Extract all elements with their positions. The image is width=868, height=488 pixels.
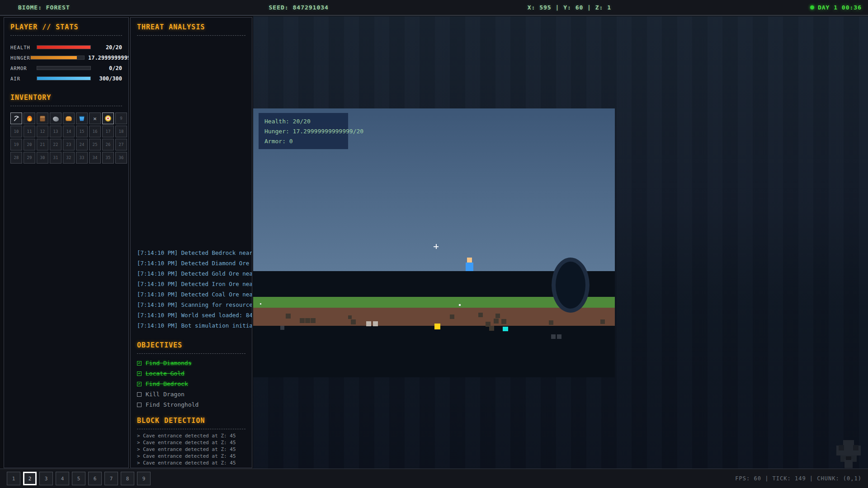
stat-bar-track: [37, 66, 91, 70]
inventory-slot-16[interactable]: 16: [89, 126, 101, 137]
bot-simulation-app: BIOME: FOREST SEED: 847291034 X: 595 | Y…: [0, 0, 868, 488]
clump-block: [600, 319, 605, 324]
tooltip-line: Hunger: 17.29999999999999/20: [264, 128, 342, 138]
hotbar-slot-9[interactable]: 9: [137, 472, 151, 485]
inventory-slot-26[interactable]: 26: [102, 139, 114, 150]
slot-number: 23: [66, 142, 71, 147]
hotbar-slot-3[interactable]: 3: [39, 472, 53, 485]
stat-row-air: AIR300/300: [10, 73, 122, 84]
slot-number: 24: [80, 142, 85, 147]
stat-value: 20/20: [94, 44, 122, 51]
log-line: [7:14:10 PM] Scanning for resources...: [137, 301, 245, 312]
stat-bar-fill: [37, 77, 90, 80]
stat-value: 0/20: [94, 65, 122, 71]
compass-icon: [105, 115, 111, 122]
slot-number: 18: [119, 129, 124, 134]
hotbar-slot-5[interactable]: 5: [72, 472, 85, 485]
objective-item[interactable]: ✓Locate Gold: [137, 368, 245, 379]
hotbar-slot-8[interactable]: 8: [121, 472, 134, 485]
inventory-slot-4[interactable]: [50, 113, 61, 124]
inventory-slot-17[interactable]: 17: [102, 126, 114, 137]
tooltip-line: Armor: 0: [264, 138, 342, 148]
hotbar-slot-4[interactable]: 4: [56, 472, 69, 485]
inventory-slot-13[interactable]: 13: [50, 126, 61, 137]
inventory-slot-36[interactable]: 36: [115, 152, 127, 164]
inventory-slot-33[interactable]: 33: [76, 152, 88, 164]
clump-block: [351, 319, 356, 324]
inventory-slot-31[interactable]: 31: [50, 152, 61, 164]
inventory-slot-24[interactable]: 24: [76, 139, 88, 150]
light-ore-block: [373, 321, 378, 326]
crosshair-icon: [434, 244, 439, 249]
log-line: [7:14:10 PM] Detected Gold Ore nearby!: [137, 270, 245, 281]
inventory-slot-35[interactable]: 35: [102, 152, 114, 164]
inventory-slot-20[interactable]: 20: [24, 139, 35, 150]
clump-block: [549, 320, 553, 325]
inventory-slot-18[interactable]: 18: [115, 126, 127, 137]
inventory-slot-22[interactable]: 22: [50, 139, 61, 150]
stat-label: HUNGER: [10, 55, 30, 61]
stat-label: AIR: [10, 76, 37, 81]
inventory-slot-10[interactable]: 10: [10, 126, 22, 137]
stats-rows: HEALTH20/20HUNGER17.29999999999999ARMOR0…: [10, 42, 122, 84]
mob-icon: [836, 440, 861, 468]
divider: [137, 353, 245, 354]
inventory-slot-28[interactable]: 28: [10, 152, 22, 164]
inventory-slot-1[interactable]: [10, 113, 22, 124]
hotbar-slot-7[interactable]: 7: [104, 472, 118, 485]
inventory-slot-2[interactable]: [24, 113, 35, 124]
inventory-slot-27[interactable]: 27: [115, 139, 127, 150]
objective-item[interactable]: Find Stronghold: [137, 399, 245, 410]
stat-row-armor: ARMOR0/20: [10, 63, 122, 73]
objective-item[interactable]: ✓Find Diamonds: [137, 358, 245, 368]
log-line: [7:14:10 PM] Detected Diamond Ore nearby…: [137, 260, 245, 270]
hotbar-slot-2[interactable]: 2: [23, 472, 37, 485]
inventory-slot-25[interactable]: 25: [89, 139, 101, 150]
inventory-slot-6[interactable]: [76, 113, 88, 124]
stat-bar-track: [37, 45, 91, 49]
hotbar-slot-6[interactable]: 6: [88, 472, 102, 485]
objective-label: Find Bedrock: [146, 380, 188, 387]
inventory-slot-9[interactable]: 9: [115, 113, 127, 124]
divider: [10, 35, 122, 36]
inventory-slot-30[interactable]: 30: [37, 152, 48, 164]
slot-number: 29: [27, 155, 32, 160]
inventory-slot-11[interactable]: 11: [24, 126, 35, 137]
inventory-slot-8[interactable]: [102, 113, 114, 124]
slot-number: 11: [27, 129, 32, 134]
slot-number: 30: [40, 155, 45, 160]
bottom-bar: 123456789 FPS: 60 | TICK: 149 | CHUNK: (…: [0, 469, 868, 488]
slot-number: 19: [14, 142, 19, 147]
inventory-slot-5[interactable]: [63, 113, 75, 124]
gold-ore-block: [434, 324, 440, 329]
inventory-slot-19[interactable]: 19: [10, 139, 22, 150]
objective-item[interactable]: Kill Dragon: [137, 389, 245, 399]
clump-block: [494, 319, 499, 324]
inventory-slot-12[interactable]: 12: [37, 126, 48, 137]
detection-line: > Cave entrance detected at Z: 45: [137, 460, 245, 467]
stat-label: ARMOR: [10, 66, 37, 71]
inventory-slot-3[interactable]: [37, 113, 48, 124]
inventory-slot-14[interactable]: 14: [63, 126, 75, 137]
log-line: [7:14:10 PM] Detected Iron Ore nearby!: [137, 281, 245, 291]
objectives-list: ✓Find Diamonds✓Locate Gold✓Find BedrockK…: [137, 358, 245, 410]
log-line: [7:14:10 PM] Detected Coal Ore nearby!: [137, 291, 245, 301]
player-head: [467, 258, 472, 263]
inventory-slot-29[interactable]: 29: [24, 152, 35, 164]
hotbar-slot-1[interactable]: 1: [7, 472, 20, 485]
inventory-slot-7[interactable]: ×: [89, 113, 101, 124]
inventory-slot-32[interactable]: 32: [63, 152, 75, 164]
inventory-slot-21[interactable]: 21: [37, 139, 48, 150]
clump-block: [305, 318, 310, 323]
objective-item[interactable]: ✓Find Bedrock: [137, 379, 245, 389]
debris-block: [557, 334, 561, 339]
inventory-slot-34[interactable]: 34: [89, 152, 101, 164]
unchecked-checkbox-icon: [137, 392, 142, 397]
inventory-slot-15[interactable]: 15: [76, 126, 88, 137]
seed-label: SEED: 847291034: [269, 4, 329, 11]
slot-number: 26: [106, 142, 111, 147]
inventory-slot-23[interactable]: 23: [63, 139, 75, 150]
game-viewport[interactable]: Health: 20/20Hunger: 17.29999999999999/2…: [253, 16, 868, 469]
x-icon: ×: [91, 115, 99, 122]
detection-line: > Cave entrance detected at Z: 45: [137, 467, 245, 468]
